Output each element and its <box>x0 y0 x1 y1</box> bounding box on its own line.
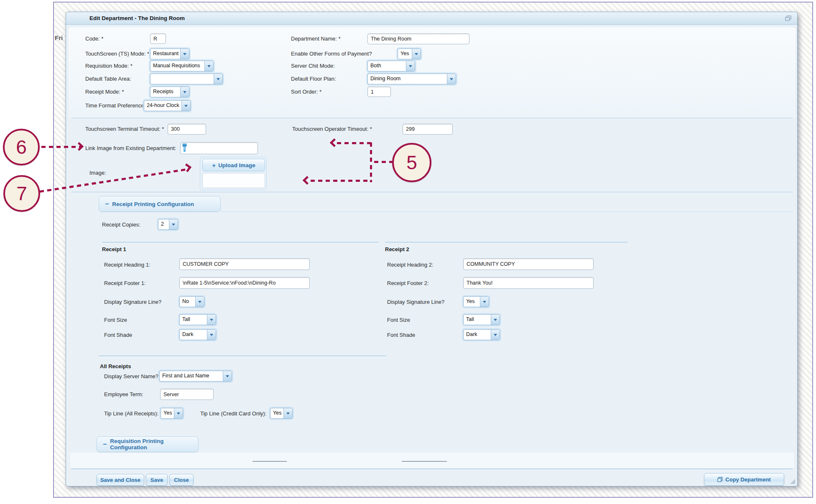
dropdown-button[interactable] <box>491 330 500 340</box>
enable-other-payment-dropdown[interactable]: Yes <box>398 48 421 59</box>
dropdown-button[interactable] <box>214 74 222 84</box>
dropdown-button[interactable] <box>181 101 190 111</box>
ts-mode-dropdown[interactable]: Restaurant <box>150 48 189 59</box>
code-input[interactable] <box>150 33 166 44</box>
default-floor-plan-value: Dining Room <box>368 74 447 84</box>
restore-window-icon[interactable] <box>785 15 791 21</box>
receipt2-font-size-value: Tall <box>464 315 491 325</box>
copy-department-button[interactable]: Copy Department <box>704 473 784 486</box>
dropdown-button[interactable] <box>412 49 421 59</box>
section-divider <box>71 118 793 118</box>
display-server-name-label: Display Server Name? <box>104 373 158 380</box>
chevron-down-icon <box>183 91 186 95</box>
dropdown-button[interactable] <box>180 49 189 59</box>
receipt-copies-label: Receipt Copies: <box>102 221 140 228</box>
clipped-field-stub <box>402 461 447 462</box>
display-server-name-dropdown[interactable]: First and Last Name <box>159 371 232 382</box>
dropdown-button[interactable] <box>447 74 456 84</box>
chevron-down-icon <box>494 334 497 338</box>
dropdown-button[interactable] <box>207 315 216 325</box>
receipt1-font-shade-dropdown[interactable]: Dark <box>179 329 216 340</box>
tip-line-all-value: Yes <box>161 408 174 418</box>
operator-timeout-label: Touchscreen Operator Timeout: * <box>292 126 372 132</box>
receipt1-title: Receipt 1 <box>102 246 126 253</box>
requisition-mode-dropdown[interactable]: Manual Requisitions <box>150 61 214 71</box>
receipt2-heading-input[interactable] <box>463 258 594 270</box>
receipt2-signature-dropdown[interactable]: Yes <box>463 296 489 307</box>
link-image-text-field[interactable] <box>188 145 256 151</box>
ts-mode-label: TouchScreen (TS) Mode: * <box>85 51 149 57</box>
enable-other-payment-label: Enable Other Forms of Payment? <box>291 51 372 57</box>
section-tab-rule <box>221 211 793 212</box>
sort-order-input[interactable] <box>367 87 391 97</box>
dropdown-button[interactable] <box>180 87 189 97</box>
edit-department-dialog: Edit Department - The Dining Room Code: … <box>66 12 798 486</box>
receipt1-font-shade-label: Font Shade <box>104 332 132 339</box>
dropdown-button[interactable] <box>207 330 216 340</box>
default-floor-plan-dropdown[interactable]: Dining Room <box>367 74 456 84</box>
receipt1-heading-label: Receipt Heading 1: <box>104 262 150 268</box>
close-label: Close <box>174 477 189 483</box>
close-button[interactable]: Close <box>169 474 194 486</box>
copy-icon <box>717 477 723 482</box>
dropdown-button[interactable] <box>195 297 204 307</box>
section-divider <box>71 192 793 192</box>
receipt2-signature-value: Yes <box>464 297 480 307</box>
default-floor-plan-label: Default Floor Plan: <box>291 76 336 82</box>
upload-image-label: Upload Image <box>218 162 255 168</box>
dropdown-button[interactable] <box>283 408 292 418</box>
image-upload-panel: + Upload Image <box>200 157 267 190</box>
dropdown-button[interactable] <box>204 61 213 71</box>
terminal-timeout-input[interactable] <box>168 124 206 135</box>
dropdown-button[interactable] <box>406 61 415 71</box>
default-table-area-value <box>150 74 214 84</box>
receipt2-font-shade-label: Font Shade <box>387 332 415 339</box>
default-table-area-dropdown[interactable] <box>150 74 223 84</box>
link-image-label: Link Image from Existing Department: <box>85 145 176 152</box>
resize-grip-icon[interactable] <box>790 479 795 484</box>
receipt-printing-section-tab[interactable]: − Receipt Printing Configuration <box>99 196 221 212</box>
time-format-dropdown[interactable]: 24-hour Clock <box>144 100 191 111</box>
receipt1-font-size-dropdown[interactable]: Tall <box>179 314 216 325</box>
dropdown-button[interactable] <box>174 408 183 418</box>
dialog-titlebar[interactable]: Edit Department - The Dining Room <box>66 12 797 25</box>
callout-circle-6: 6 <box>3 129 40 165</box>
employee-term-input[interactable] <box>160 389 214 400</box>
footer-divider <box>71 468 793 469</box>
receipt2-font-shade-dropdown[interactable]: Dark <box>463 329 500 340</box>
requisition-printing-section-tab[interactable]: − Requisition Printing Configuration <box>97 436 199 452</box>
chevron-down-icon <box>409 65 412 69</box>
dropdown-button[interactable] <box>491 315 500 325</box>
chevron-down-icon <box>177 412 180 416</box>
dropdown-button[interactable] <box>223 371 232 381</box>
operator-timeout-input[interactable] <box>403 124 453 135</box>
receipt1-heading-input[interactable] <box>179 258 310 270</box>
upload-image-button[interactable]: + Upload Image <box>202 159 265 171</box>
link-image-input[interactable] <box>180 142 258 154</box>
dropdown-button[interactable] <box>480 297 489 307</box>
receipt1-footer-input[interactable] <box>179 277 310 289</box>
image-label: Image: <box>89 170 106 176</box>
image-preview-empty <box>202 173 265 188</box>
receipt-mode-dropdown[interactable]: Receipts <box>150 87 189 97</box>
screenshot-stage: Fri Edit Department - The Dining Room Co… <box>0 0 816 504</box>
tip-line-cc-dropdown[interactable]: Yes <box>270 408 293 419</box>
requisition-mode-label: Requisition Mode: * <box>85 63 133 69</box>
receipt2-font-size-dropdown[interactable]: Tall <box>463 314 500 325</box>
display-server-name-value: First and Last Name <box>160 371 223 381</box>
receipt-copies-dropdown[interactable]: 2 <box>158 219 178 230</box>
terminal-timeout-label: Touchscreen Terminal Timeout: * <box>85 126 164 132</box>
tip-line-all-dropdown[interactable]: Yes <box>161 408 183 419</box>
save-and-close-button[interactable]: Save and Close <box>97 474 144 486</box>
receipt1-signature-dropdown[interactable]: No <box>179 296 204 307</box>
clipped-background-text: Fri <box>55 34 63 41</box>
server-chit-mode-dropdown[interactable]: Both <box>367 61 415 71</box>
copy-department-label: Copy Department <box>725 476 770 483</box>
chevron-down-icon <box>210 319 213 323</box>
dropdown-button[interactable] <box>169 219 178 229</box>
department-name-input[interactable] <box>367 33 469 44</box>
receipt2-footer-input[interactable] <box>463 277 594 289</box>
requisition-section-panel <box>70 453 794 468</box>
receipt2-font-size-label: Font Size <box>387 317 410 323</box>
save-button[interactable]: Save <box>146 474 168 486</box>
